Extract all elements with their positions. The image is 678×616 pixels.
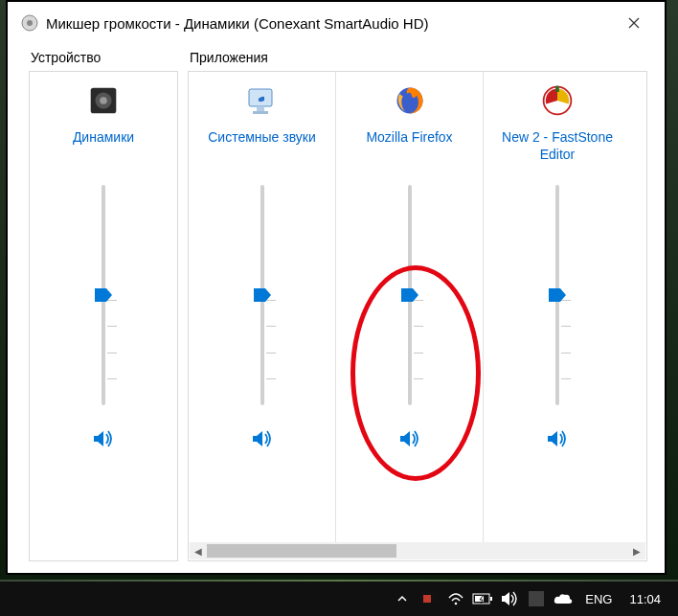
tray-user-icon[interactable] xyxy=(526,588,547,609)
channel-firefox: Mozilla Firefox xyxy=(336,72,484,543)
channel-name[interactable]: New 2 - FastStone Editor xyxy=(487,129,627,166)
faststone-icon[interactable] xyxy=(538,81,576,120)
system-sounds-icon[interactable] xyxy=(243,81,282,120)
volume-slider[interactable] xyxy=(84,185,123,405)
volume-slider[interactable] xyxy=(243,185,282,405)
scroll-thumb[interactable] xyxy=(207,544,396,558)
channel-system-sounds: Системные звуки xyxy=(189,72,336,543)
slider-thumb[interactable] xyxy=(95,288,112,302)
speaker-device-icon[interactable] xyxy=(84,81,123,120)
tray-overflow-icon[interactable] xyxy=(392,588,413,609)
svg-point-14 xyxy=(455,603,458,605)
svg-rect-18 xyxy=(529,591,544,606)
device-box: Динамики xyxy=(29,71,178,561)
svg-rect-7 xyxy=(253,111,268,114)
horizontal-scrollbar[interactable]: ◀ ▶ xyxy=(190,542,645,559)
close-button[interactable] xyxy=(613,9,655,37)
clock[interactable]: 11:04 xyxy=(623,592,667,606)
language-indicator[interactable]: ENG xyxy=(579,592,618,606)
slider-thumb[interactable] xyxy=(401,288,418,302)
mixer-content: Устройство Динамики xyxy=(11,40,661,569)
svg-point-8 xyxy=(258,98,261,102)
volume-icon[interactable] xyxy=(499,588,520,609)
channel-name[interactable]: Mozilla Firefox xyxy=(366,129,452,166)
channel-faststone: New 2 - FastStone Editor xyxy=(484,72,631,543)
tray-app-icon[interactable] xyxy=(418,588,440,609)
channel-name[interactable]: Динамики xyxy=(73,129,134,166)
svg-point-4 xyxy=(100,97,107,104)
titlebar: Микшер громкости - Динамики (Conexant Sm… xyxy=(11,6,661,40)
battery-icon[interactable] xyxy=(472,588,493,609)
mute-button[interactable] xyxy=(248,426,277,451)
svg-rect-13 xyxy=(423,595,431,603)
slider-thumb[interactable] xyxy=(549,288,566,302)
mute-button[interactable] xyxy=(396,426,424,451)
mute-button[interactable] xyxy=(89,426,118,451)
scroll-right-button[interactable]: ▶ xyxy=(628,542,645,559)
volume-slider[interactable] xyxy=(391,185,429,405)
channel-name[interactable]: Системные звуки xyxy=(208,129,316,166)
apps-section-label: Приложения xyxy=(188,50,647,65)
mute-button[interactable] xyxy=(543,426,572,451)
app-icon xyxy=(21,14,38,32)
svg-rect-16 xyxy=(490,597,492,601)
channel-device: Динамики xyxy=(30,72,177,560)
window-title: Микшер громкости - Динамики (Conexant Sm… xyxy=(46,15,613,32)
svg-rect-6 xyxy=(257,106,264,111)
svg-rect-11 xyxy=(555,86,559,92)
wifi-icon[interactable] xyxy=(445,588,466,609)
scroll-left-button[interactable]: ◀ xyxy=(190,542,207,559)
volume-slider[interactable] xyxy=(538,185,576,405)
onedrive-icon[interactable] xyxy=(553,588,574,609)
slider-thumb[interactable] xyxy=(254,288,271,302)
device-section-label: Устройство xyxy=(29,50,178,65)
apps-box: Системные звуки xyxy=(188,71,647,561)
svg-point-1 xyxy=(27,20,33,26)
scroll-track[interactable] xyxy=(207,542,628,559)
firefox-icon[interactable] xyxy=(391,81,429,120)
volume-mixer-window: Микшер громкости - Динамики (Conexant Sm… xyxy=(11,6,661,569)
taskbar: ENG 11:04 xyxy=(0,582,678,616)
